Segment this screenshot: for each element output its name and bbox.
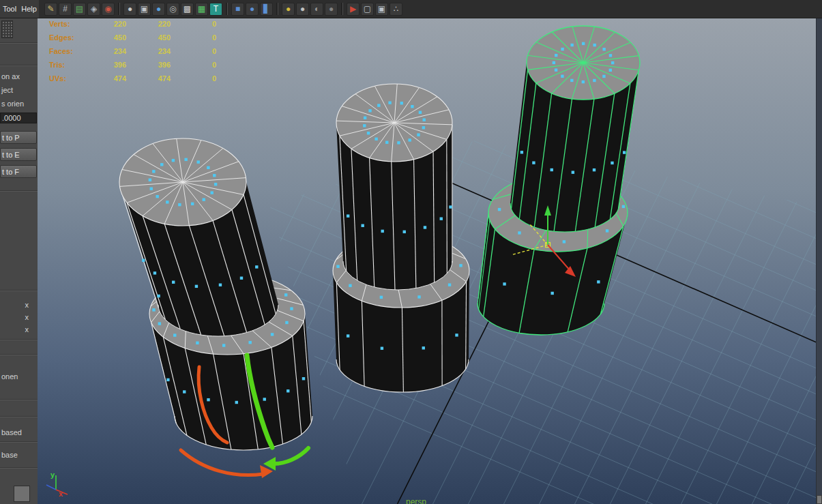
hud-row-uvs: UVs:4744740 (49, 72, 216, 85)
sidebar-label-orien: s orien (0, 100, 38, 108)
nurbs-sphere-gold-icon[interactable]: ● (282, 3, 295, 16)
lattice-box-icon[interactable]: ▢ (361, 3, 374, 16)
ipr-render-icon[interactable]: ● (152, 3, 165, 16)
checker-map-icon[interactable]: ▩ (181, 3, 194, 16)
gizmo-x-label: x (59, 490, 63, 498)
right-edge-strip (816, 18, 822, 504)
panel-tab-icon[interactable] (1, 20, 13, 38)
toolbar-divider (276, 3, 278, 15)
snap-magnet-icon[interactable]: ◉ (102, 3, 115, 16)
sidebar-divider (0, 42, 38, 44)
sidebar-divider (0, 65, 38, 66)
toolbar-divider (118, 3, 120, 15)
tool-settings-panel: on ax ject s orien .0000 t to P t to E t… (0, 18, 38, 504)
shaded-sphere-icon[interactable]: ◐ (310, 3, 323, 16)
sidebar-button-to-e[interactable]: t to E (0, 148, 37, 161)
menu-help[interactable]: Help (21, 5, 37, 13)
snap-diamond-icon[interactable]: ◈ (87, 3, 100, 16)
right-strip-button[interactable] (817, 495, 822, 504)
gizmo-y-label: y (50, 471, 55, 479)
poly-count-hud: Verts:2202200 Edges:4504500 Faces:234234… (49, 18, 216, 85)
sidebar-label-ject: ject (0, 86, 38, 94)
maya-window: Tool Help ✎ # ▤ ◈ ◉ ● ▣ ● ◎ ▩ ▦ T ■ ● ▋ … (0, 0, 822, 504)
scene-canvas[interactable] (38, 18, 822, 504)
uv-editor-icon[interactable]: T (209, 3, 222, 16)
camera-label: persp (406, 497, 426, 504)
hud-row-faces: Faces:2342340 (49, 44, 216, 58)
sidebar-divider (0, 290, 38, 291)
render-region-icon[interactable]: ▣ (138, 3, 151, 16)
menu-tool[interactable]: Tool (3, 5, 16, 13)
viewport-3d[interactable]: Verts:2202200 Edges:4504500 Faces:234234… (38, 18, 822, 504)
sidebar-label-onen: onen (0, 372, 38, 381)
counter-icon[interactable]: # (59, 3, 72, 16)
sidebar-divider (0, 399, 38, 400)
sidebar-label-based: based (0, 428, 38, 436)
duplicate-box-icon[interactable]: ▣ (375, 3, 388, 16)
hud-row-edges: Edges:4504500 (49, 31, 216, 44)
notebook-icon[interactable]: ▤ (73, 3, 86, 16)
hud-row-tris: Tris:3963960 (49, 58, 216, 72)
render-settings-icon[interactable]: ◎ (166, 3, 179, 16)
nurbs-sphere-icon[interactable]: ● (296, 3, 309, 16)
sidebar-divider (0, 354, 38, 355)
sidebar-label-x1: x (0, 301, 38, 309)
hud-row-verts: Verts:2202200 (49, 18, 216, 31)
object-cylinder-middle[interactable] (333, 84, 469, 392)
menubar: Tool Help (0, 0, 39, 18)
poly-cylinder-icon[interactable]: ▋ (260, 3, 273, 16)
sidebar-divider (0, 190, 38, 192)
sidebar-label-on-ax: on ax (0, 72, 38, 80)
panel-scroll-button[interactable] (14, 486, 30, 502)
sidebar-divider (0, 441, 38, 443)
hypershade-icon[interactable]: ▦ (195, 3, 208, 16)
sidebar-label-base: base (0, 451, 38, 459)
sidebar-divider (0, 339, 38, 340)
toolbar-divider (226, 3, 228, 15)
sidebar-label-x3: x (0, 325, 38, 333)
wire-sphere-icon[interactable]: ● (325, 3, 338, 16)
share-nodes-icon[interactable]: ∴ (390, 3, 402, 16)
sidebar-number-field[interactable]: .0000 (0, 113, 37, 123)
select-tool-icon[interactable]: ▶ (347, 3, 359, 16)
sidebar-label-x2: x (0, 313, 38, 321)
sidebar-divider (0, 416, 38, 417)
poly-sphere-icon[interactable]: ● (246, 3, 259, 16)
toolbar: Tool Help ✎ # ▤ ◈ ◉ ● ▣ ● ◎ ▩ ▦ T ■ ● ▋ … (0, 0, 822, 18)
shelf-icons: ✎ # ▤ ◈ ◉ ● ▣ ● ◎ ▩ ▦ T ■ ● ▋ ● ● ◐ ● ▶ … (39, 3, 402, 16)
brush-tool-icon[interactable]: ✎ (44, 3, 57, 16)
sidebar-divider (0, 467, 38, 469)
sidebar-button-to-p[interactable]: t to P (0, 131, 37, 144)
render-view-icon[interactable]: ● (123, 3, 136, 16)
sidebar-button-to-f[interactable]: t to F (0, 165, 37, 178)
poly-cube-icon[interactable]: ■ (231, 3, 244, 16)
toolbar-divider (341, 3, 343, 15)
